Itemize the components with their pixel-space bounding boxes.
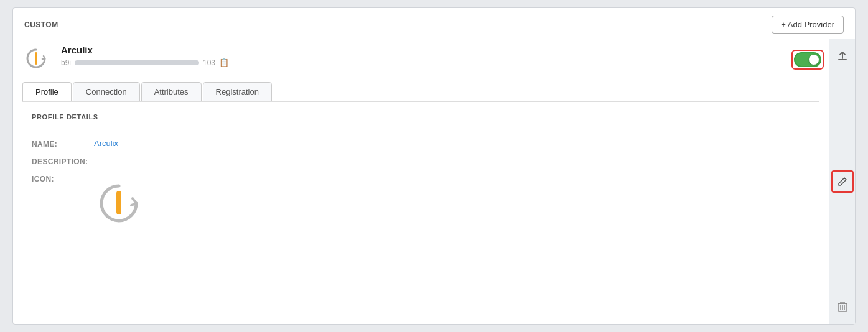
provider-id-row: b9i 103 📋 [61,58,791,67]
icon-row: ICON: [32,173,810,231]
edit-button[interactable] [831,170,854,193]
provider-area: Arculix b9i 103 📋 [13,39,829,324]
provider-icon-large [94,178,144,231]
provider-info: Arculix b9i 103 📋 [61,45,791,67]
main-container: CUSTOM + Add Provider [12,7,856,325]
icon-label: ICON: [32,173,94,183]
provider-name: Arculix [61,45,791,55]
provider-id-num: 103 [203,58,215,67]
tab-profile[interactable]: Profile [22,82,72,101]
section-divider [32,127,810,127]
copy-icon[interactable]: 📋 [219,58,229,67]
name-row: NAME: Arculix [32,139,810,149]
custom-label: CUSTOM [24,21,58,29]
tabs-row: Profile Connection Attributes Registrati… [13,75,829,101]
provider-left: Arculix b9i 103 📋 [22,45,791,75]
provider-id-bar [75,60,199,65]
tab-attributes[interactable]: Attributes [141,82,202,101]
toggle-track [794,52,821,67]
provider-id-prefix: b9i [61,58,71,67]
add-provider-button[interactable]: + Add Provider [772,16,844,34]
svg-rect-0 [35,52,37,65]
provider-header-right [791,50,829,70]
tab-registration[interactable]: Registration [203,82,272,101]
name-label: NAME: [32,139,94,149]
delete-button[interactable] [831,295,854,318]
top-bar: CUSTOM + Add Provider [13,8,855,39]
right-sidebar [829,39,855,324]
toggle-thumb [809,55,819,65]
name-value: Arculix [94,139,118,148]
section-title: PROFILE DETAILS [32,113,810,121]
tab-connection[interactable]: Connection [73,82,140,101]
provider-toggle[interactable] [794,52,821,67]
description-row: DESCRIPTION: [32,156,810,166]
svg-rect-1 [116,191,121,214]
main-content: Arculix b9i 103 📋 [13,39,855,324]
provider-logo [22,45,52,75]
upload-button[interactable] [831,45,854,67]
toggle-highlighted-border [791,50,824,70]
description-label: DESCRIPTION: [32,156,94,166]
profile-details: PROFILE DETAILS NAME: Arculix DESCRIPTIO… [13,102,829,249]
provider-row: Arculix b9i 103 📋 [13,39,829,75]
